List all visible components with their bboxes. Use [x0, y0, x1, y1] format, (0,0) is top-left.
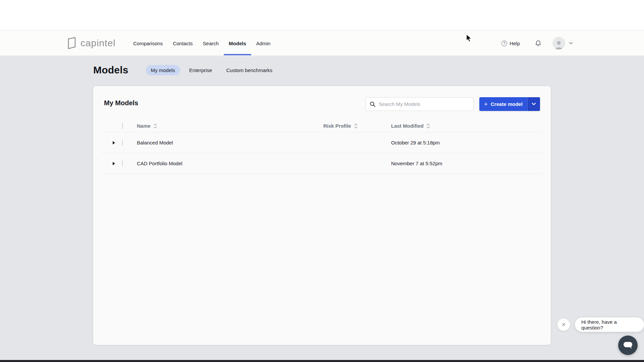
sort-icon — [354, 123, 358, 129]
chevron-down-icon — [532, 103, 536, 106]
sort-icon — [153, 123, 157, 129]
last-modified-cell: October 29 at 5:18pm — [391, 140, 543, 145]
help-button[interactable]: ? Help — [501, 41, 520, 46]
row-checkbox[interactable] — [122, 139, 123, 146]
table-header-row: Name Risk Profile Last Modified — [101, 120, 543, 132]
column-header-name[interactable]: Name — [137, 123, 323, 129]
tab-enterprise[interactable]: Enterprise — [184, 65, 217, 75]
row-checkbox[interactable] — [122, 160, 123, 167]
speech-bubble-icon — [623, 341, 633, 350]
bell-icon — [535, 40, 542, 47]
model-name-cell: CAD Portfolio Model — [137, 161, 323, 166]
navbar-actions: ? Help — [501, 31, 573, 55]
create-model-dropdown-button[interactable] — [527, 97, 540, 111]
screen-bottom-edge — [0, 360, 644, 362]
nav-item-contacts[interactable]: Contacts — [173, 31, 193, 55]
nav-item-comparisons[interactable]: Comparisons — [133, 31, 163, 55]
question-mark-icon: ? — [501, 41, 507, 46]
help-label: Help — [509, 41, 520, 46]
brand-logo[interactable]: capintel — [67, 31, 116, 55]
model-name-cell: Balanced Model — [137, 140, 323, 145]
models-table: Name Risk Profile Last Modified — [101, 120, 543, 174]
models-tabs: My models Enterprise Custom benchmarks — [146, 65, 277, 75]
create-model-button[interactable]: + Create model — [479, 97, 527, 111]
chat-dismiss-button[interactable]: ✕ — [557, 318, 570, 331]
my-models-panel: My Models + Create model — [93, 86, 551, 345]
chevron-down-icon — [569, 42, 573, 45]
chat-launcher-button[interactable] — [618, 336, 638, 355]
capintel-logo-icon — [67, 37, 77, 49]
brand-name: capintel — [80, 38, 116, 49]
app-screen: capintel Comparisons Contacts Search Mod… — [0, 0, 644, 362]
top-navbar: capintel Comparisons Contacts Search Mod… — [0, 31, 644, 56]
create-model-label: Create model — [491, 101, 523, 107]
user-avatar[interactable] — [552, 37, 565, 50]
chat-greeting-bubble: Hi there, have a question? — [575, 317, 644, 332]
browser-top-strip — [0, 0, 644, 31]
row-expand-button[interactable] — [113, 141, 115, 144]
create-model-split-button: + Create model — [479, 97, 540, 111]
nav-item-admin[interactable]: Admin — [256, 31, 271, 55]
notifications-button[interactable] — [535, 40, 542, 47]
nav-item-search[interactable]: Search — [203, 31, 219, 55]
panel-header: My Models + Create model — [93, 97, 551, 111]
search-box — [365, 97, 474, 111]
select-all-checkbox[interactable] — [122, 123, 123, 129]
tab-my-models[interactable]: My models — [146, 65, 180, 75]
sort-icon — [426, 123, 430, 129]
account-menu-button[interactable] — [569, 42, 573, 45]
search-icon — [370, 101, 376, 107]
search-input[interactable] — [379, 101, 470, 107]
column-header-risk-profile[interactable]: Risk Profile — [323, 123, 391, 129]
nav-item-models[interactable]: Models — [224, 31, 251, 55]
column-header-last-modified[interactable]: Last Modified — [391, 123, 543, 129]
table-row[interactable]: Balanced Model October 29 at 5:18pm — [101, 132, 543, 153]
row-expand-button[interactable] — [113, 162, 115, 165]
tab-custom-benchmarks[interactable]: Custom benchmarks — [221, 65, 277, 75]
panel-title: My Models — [104, 99, 138, 107]
page-header: Models My models Enterprise Custom bench… — [93, 62, 277, 78]
person-icon — [554, 40, 564, 50]
primary-nav: Comparisons Contacts Search Models Admin — [133, 31, 270, 55]
table-row[interactable]: CAD Portfolio Model November 7 at 5:52pm — [101, 153, 543, 174]
page-title: Models — [93, 64, 128, 76]
plus-icon: + — [484, 101, 488, 107]
last-modified-cell: November 7 at 5:52pm — [391, 161, 543, 166]
